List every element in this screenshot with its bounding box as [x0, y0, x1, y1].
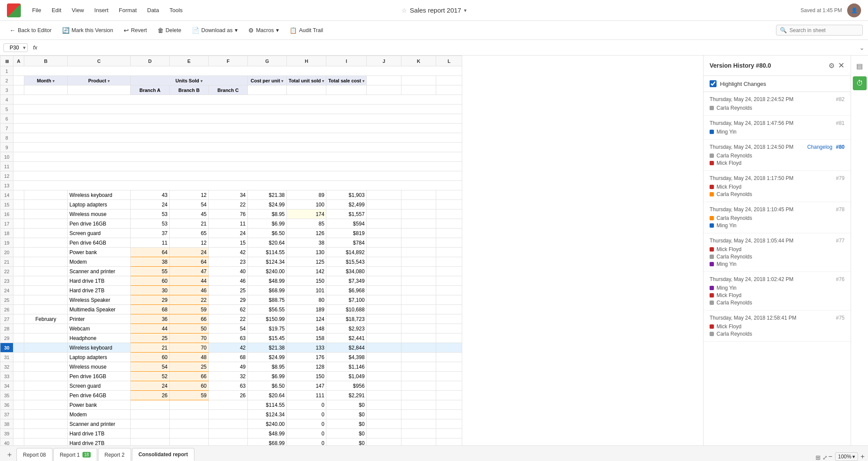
- grid-view-icon[interactable]: ⊞: [815, 454, 821, 461]
- macros-icon: ⚙: [248, 27, 254, 34]
- cell-ref-chevron-icon[interactable]: ▾: [23, 45, 26, 51]
- version-date: Thursday, May 24, 2018 1:17:50 PM: [710, 175, 793, 181]
- user-name: Carla Reynolds: [717, 105, 752, 111]
- version-entry[interactable]: Thursday, May 24, 2018 1:10:45 PM#78Carl…: [704, 202, 851, 233]
- mark-icon: 🔄: [62, 27, 69, 34]
- star-icon[interactable]: ☆: [401, 7, 407, 14]
- expand-view-icon[interactable]: ⤢: [822, 454, 828, 461]
- version-entry[interactable]: Thursday, May 24, 2018 1:17:50 PM#79Mick…: [704, 171, 851, 202]
- cell-reference[interactable]: P30: [6, 45, 23, 51]
- col-header-e[interactable]: E: [170, 56, 209, 66]
- table-row: 26 Multimedia Speaker 68 59 62 $56.55 18…: [0, 305, 462, 314]
- highlight-changes-label[interactable]: Highlight Changes: [720, 81, 766, 87]
- title-bar: File Edit View Insert Format Data Tools …: [0, 0, 868, 21]
- table-row: 23 Hard drive 1TB 60 44 46 $48.99 150 $7…: [0, 276, 462, 286]
- document-title[interactable]: Sales report 2017: [410, 7, 461, 14]
- menu-format[interactable]: Format: [115, 5, 141, 15]
- version-number: #77: [836, 238, 845, 244]
- version-date: Thursday, May 24, 2018 2:24:52 PM: [710, 96, 793, 102]
- version-user: Mick Floyd: [710, 160, 845, 166]
- table-row: 8: [0, 133, 462, 143]
- sheet-tab-report1[interactable]: Report 1 18: [53, 448, 97, 461]
- sheet-tab-report08[interactable]: Report 08: [16, 448, 53, 461]
- col-header-d[interactable]: D: [131, 56, 170, 66]
- formula-expand-icon[interactable]: ⌄: [859, 44, 865, 51]
- audit-trail-button[interactable]: 📋 Audit Trail: [285, 25, 328, 36]
- col-header-l[interactable]: L: [436, 56, 462, 66]
- sheet-tab-consolidated[interactable]: Consolidated report: [132, 448, 194, 461]
- table-row: 27 February Printer 36 66 22 $150.99 124…: [0, 314, 462, 324]
- menu-file[interactable]: File: [28, 5, 46, 15]
- menu-tools[interactable]: Tools: [165, 5, 187, 15]
- changelog-link[interactable]: Changelog: [807, 144, 832, 150]
- table-row: 13: [0, 181, 462, 190]
- table-row: 40 Hard drive 2TB $68.99 0 $0: [0, 438, 462, 446]
- col-header-c[interactable]: C: [68, 56, 131, 66]
- macros-button[interactable]: ⚙ Macros ▾: [244, 25, 283, 36]
- col-header-k[interactable]: K: [401, 56, 436, 66]
- version-user: Ming Yin: [710, 261, 845, 267]
- version-close-icon[interactable]: ✕: [838, 61, 845, 70]
- title-chevron-icon[interactable]: ▾: [464, 7, 467, 13]
- table-row: 38 Scanner and printer $240.00 0 $0: [0, 419, 462, 429]
- table-row: 18 Screen guard 37 65 24 $6.50 126 $819: [0, 229, 462, 238]
- table-row: 28 Webcam 44 50 54 $19.75 148 $2,923: [0, 324, 462, 333]
- search-icon: 🔍: [780, 27, 787, 33]
- side-icons-panel: ▤ ⏱: [851, 56, 868, 445]
- col-header-j[interactable]: J: [367, 56, 401, 66]
- user-name: Mick Floyd: [717, 324, 741, 330]
- zoom-in-button[interactable]: +: [861, 453, 865, 461]
- menu-edit[interactable]: Edit: [47, 5, 66, 15]
- zoom-out-button[interactable]: −: [829, 453, 832, 461]
- mark-version-button[interactable]: 🔄 Mark this Version: [58, 25, 118, 36]
- col-header-g[interactable]: G: [248, 56, 287, 66]
- saved-status: Saved at 1:45 PM: [801, 7, 842, 13]
- add-sheet-button[interactable]: +: [3, 449, 16, 461]
- version-entry[interactable]: Thursday, May 24, 2018 1:05:44 PM#77Mick…: [704, 233, 851, 272]
- col-header-f[interactable]: F: [209, 56, 248, 66]
- table-row: 3 Branch A Branch B Branch C: [0, 85, 462, 95]
- revert-button[interactable]: ↩ Revert: [119, 25, 151, 36]
- user-color-dot: [710, 247, 714, 252]
- audit-icon: 📋: [289, 27, 297, 34]
- formula-input[interactable]: [43, 44, 856, 51]
- user-name: Mick Floyd: [717, 246, 741, 252]
- user-color-dot: [710, 255, 714, 259]
- delete-button[interactable]: 🗑 Delete: [153, 25, 186, 36]
- side-version-icon[interactable]: ⏱: [853, 76, 867, 90]
- back-to-editor-button[interactable]: ← Back to Editor: [5, 25, 56, 36]
- version-list[interactable]: Thursday, May 24, 2018 2:24:52 PM#82Carl…: [704, 92, 851, 445]
- user-color-dot: [710, 223, 714, 228]
- highlight-changes-checkbox[interactable]: [710, 80, 717, 87]
- download-button[interactable]: 📄 Download as ▾: [187, 25, 242, 36]
- zoom-level-dropdown[interactable]: 100% ▾: [835, 452, 858, 461]
- col-header-h[interactable]: H: [287, 56, 326, 66]
- version-entry[interactable]: Thursday, May 24, 2018 12:58:41 PM#75Mic…: [704, 311, 851, 342]
- menu-insert[interactable]: Insert: [90, 5, 113, 15]
- user-avatar[interactable]: 👤: [847, 3, 861, 17]
- sheet-tab-report2[interactable]: Report 2: [98, 448, 131, 461]
- table-row: 17 Pen drive 16GB 53 21 11 $6.99 85 $594: [0, 219, 462, 229]
- col-header-i[interactable]: I: [326, 56, 367, 66]
- version-user: Carla Reynolds: [710, 331, 845, 337]
- user-color-dot: [710, 106, 714, 110]
- version-entry[interactable]: Thursday, May 24, 2018 1:47:56 PM#81Ming…: [704, 116, 851, 140]
- search-box[interactable]: 🔍: [776, 25, 863, 36]
- table-row: 24 Hard drive 2TB 30 46 25 $68.99 101 $6…: [0, 286, 462, 295]
- sheet-container[interactable]: ⊞ A B C D E F G H I J K L: [0, 56, 703, 445]
- table-row: 19 Pen drive 64GB 11 12 15 $20.64 38 $78…: [0, 238, 462, 248]
- version-entry[interactable]: Thursday, May 24, 2018 1:02:42 PM#76Ming…: [704, 272, 851, 311]
- version-entry[interactable]: Thursday, May 24, 2018 2:24:52 PM#82Carl…: [704, 92, 851, 116]
- user-color-dot: [710, 286, 714, 290]
- select-all-icon[interactable]: ⊞: [5, 59, 9, 64]
- col-header-b[interactable]: B: [24, 56, 68, 66]
- menu-data[interactable]: Data: [143, 5, 163, 15]
- col-header-a[interactable]: A: [13, 56, 24, 66]
- menu-view[interactable]: View: [67, 5, 88, 15]
- search-input[interactable]: [789, 27, 855, 33]
- version-entry[interactable]: Thursday, May 24, 2018 1:24:50 PMChangel…: [704, 140, 851, 171]
- user-color-dot: [710, 262, 714, 266]
- version-settings-icon[interactable]: ⚙: [829, 62, 835, 70]
- side-table-icon[interactable]: ▤: [853, 59, 867, 73]
- user-name: Carla Reynolds: [717, 331, 752, 337]
